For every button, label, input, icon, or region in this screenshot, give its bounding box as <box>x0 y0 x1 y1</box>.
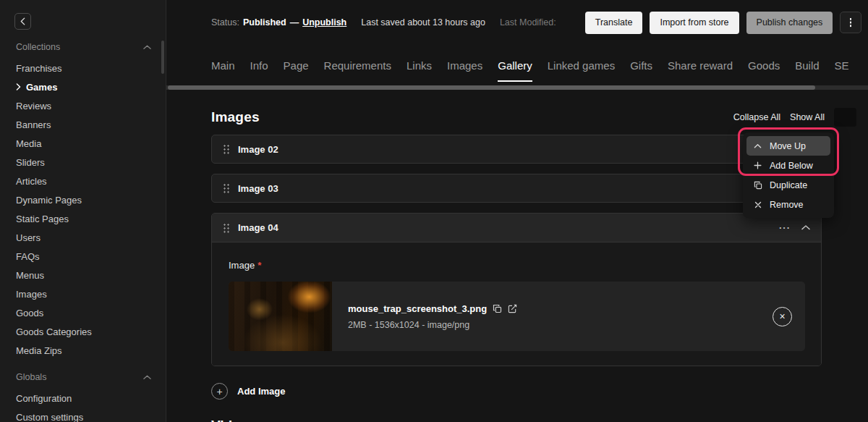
file-thumbnail[interactable] <box>229 282 332 351</box>
images-header-actions: Collapse All Show All <box>733 108 856 127</box>
plus-icon: + <box>211 383 228 400</box>
sidebar-item-custom-settings[interactable]: Custom settings <box>0 408 166 422</box>
gallery-rows: Image 02Image 03 <box>211 135 822 203</box>
tab-gallery[interactable]: Gallery <box>498 45 532 85</box>
collapse-all-link[interactable]: Collapse All <box>733 112 780 122</box>
tab-se[interactable]: SE <box>835 45 849 85</box>
tab-info[interactable]: Info <box>250 45 268 85</box>
sidebar-item-label: Dynamic Pages <box>16 195 82 206</box>
sidebar-item-media[interactable]: Media <box>0 134 166 153</box>
sidebar-item-games[interactable]: Games <box>0 77 166 96</box>
sidebar-item-users[interactable]: Users <box>0 228 166 247</box>
videos-heading: Videos <box>211 418 822 422</box>
sidebar-item-label: Configuration <box>16 393 72 404</box>
gallery-row-label: Image 03 <box>238 183 278 194</box>
tab-share-reward[interactable]: Share reward <box>668 45 733 85</box>
header-actions: Translate Import from store Publish chan… <box>585 12 862 34</box>
sidebar-item-label: Users <box>16 232 41 243</box>
gallery-options-button[interactable] <box>834 108 856 127</box>
drag-handle-icon[interactable] <box>223 144 230 154</box>
status-separator: — <box>290 17 299 28</box>
tabs-scrollbar-track[interactable] <box>166 85 868 90</box>
gallery-row-image-02[interactable]: Image 02 <box>211 135 822 164</box>
import-from-store-button[interactable]: Import from store <box>650 12 739 34</box>
row-options-icon[interactable]: ··· <box>779 223 791 232</box>
show-all-link[interactable]: Show All <box>790 112 825 122</box>
menu-item-label: Remove <box>770 200 804 210</box>
tab-main[interactable]: Main <box>211 45 235 85</box>
tab-build[interactable]: Build <box>795 45 819 85</box>
publish-changes-button[interactable]: Publish changes <box>746 12 833 34</box>
sidebar-item-goods[interactable]: Goods <box>0 303 166 322</box>
main-area: Status: Published — Unpublish Last saved… <box>166 0 868 422</box>
sidebar-item-articles[interactable]: Articles <box>0 172 166 190</box>
chevron-up-icon[interactable] <box>143 375 151 380</box>
add-image-button[interactable]: + Add Image <box>211 383 285 400</box>
menu-item-add-below[interactable]: Add Below <box>746 156 830 175</box>
tab-bar: MainInfoPageRequirementsLinksImagesGalle… <box>166 45 868 85</box>
copy-icon[interactable] <box>493 304 502 313</box>
sidebar-item-goods-categories[interactable]: Goods Categories <box>0 322 166 341</box>
menu-item-duplicate[interactable]: Duplicate <box>746 175 830 195</box>
sidebar-item-label: Banners <box>16 119 51 130</box>
collections-header[interactable]: Collections <box>0 41 166 54</box>
menu-item-label: Duplicate <box>770 180 807 190</box>
edit-icon[interactable] <box>508 304 517 313</box>
globals-list: ConfigurationCustom settings <box>0 389 166 422</box>
chevron-left-icon <box>20 17 25 25</box>
gallery-row-image-04-body: Image * mouse_trap_screenshot_3.png 2MB … <box>212 242 821 366</box>
back-button[interactable] <box>14 13 31 30</box>
copy-icon <box>753 181 762 190</box>
sidebar-item-banners[interactable]: Banners <box>0 115 166 134</box>
add-image-label: Add Image <box>237 386 285 397</box>
tab-links[interactable]: Links <box>407 45 432 85</box>
sidebar-item-images[interactable]: Images <box>0 284 166 303</box>
sidebar-item-label: Games <box>26 82 57 93</box>
image-field-label: Image <box>229 260 255 271</box>
file-meta: 2MB - 1536x1024 - image/png <box>348 320 517 330</box>
unpublish-link[interactable]: Unpublish <box>302 17 346 28</box>
status-label: Status: <box>211 17 239 28</box>
remove-file-button[interactable]: × <box>773 307 792 326</box>
sidebar-item-franchises[interactable]: Franchises <box>0 59 166 77</box>
menu-item-move-up[interactable]: Move Up <box>746 136 830 156</box>
tab-gifts[interactable]: Gifts <box>630 45 652 85</box>
row-actions: ··· <box>779 223 810 232</box>
gallery-row-label: Image 04 <box>238 222 278 233</box>
tab-page[interactable]: Page <box>284 45 309 85</box>
sidebar-item-configuration[interactable]: Configuration <box>0 389 166 408</box>
menu-item-remove[interactable]: Remove <box>746 195 830 214</box>
sidebar-scrollbar[interactable] <box>161 41 164 74</box>
gallery-row-image-03[interactable]: Image 03 <box>211 174 822 203</box>
sidebar-item-faqs[interactable]: FAQs <box>0 247 166 266</box>
tab-requirements[interactable]: Requirements <box>324 45 391 85</box>
tab-linked-games[interactable]: Linked games <box>548 45 615 85</box>
images-section-header: Images Collapse All Show All <box>211 108 822 127</box>
sidebar-item-reviews[interactable]: Reviews <box>0 96 166 115</box>
tabs-scrollbar-thumb[interactable] <box>168 85 815 90</box>
chevron-up-icon[interactable] <box>143 45 151 50</box>
collections-label: Collections <box>16 42 60 52</box>
chevron-right-icon <box>16 83 21 90</box>
globals-label: Globals <box>16 372 46 382</box>
translate-button[interactable]: Translate <box>585 12 643 34</box>
chevron-up-icon[interactable] <box>801 225 810 230</box>
kebab-menu-button[interactable] <box>840 12 861 33</box>
sidebar-item-static-pages[interactable]: Static Pages <box>0 209 166 228</box>
sidebar-item-menus[interactable]: Menus <box>0 266 166 284</box>
drag-handle-icon[interactable] <box>223 183 230 193</box>
drag-handle-icon[interactable] <box>223 223 230 233</box>
sidebar-item-label: Custom settings <box>16 412 83 422</box>
sidebar-item-label: Sliders <box>16 157 45 168</box>
sidebar-item-label: Franchises <box>16 63 62 74</box>
sidebar-item-label: Menus <box>16 270 44 281</box>
gallery-row-label: Image 02 <box>238 144 278 155</box>
tab-goods[interactable]: Goods <box>748 45 780 85</box>
sidebar-item-dynamic-pages[interactable]: Dynamic Pages <box>0 190 166 209</box>
globals-header[interactable]: Globals <box>0 371 166 384</box>
sidebar-item-media-zips[interactable]: Media Zips <box>0 341 166 360</box>
x-icon <box>753 201 762 208</box>
gallery-row-image-04-header[interactable]: Image 04 ··· <box>212 214 821 242</box>
tab-images[interactable]: Images <box>447 45 482 85</box>
sidebar-item-sliders[interactable]: Sliders <box>0 153 166 172</box>
